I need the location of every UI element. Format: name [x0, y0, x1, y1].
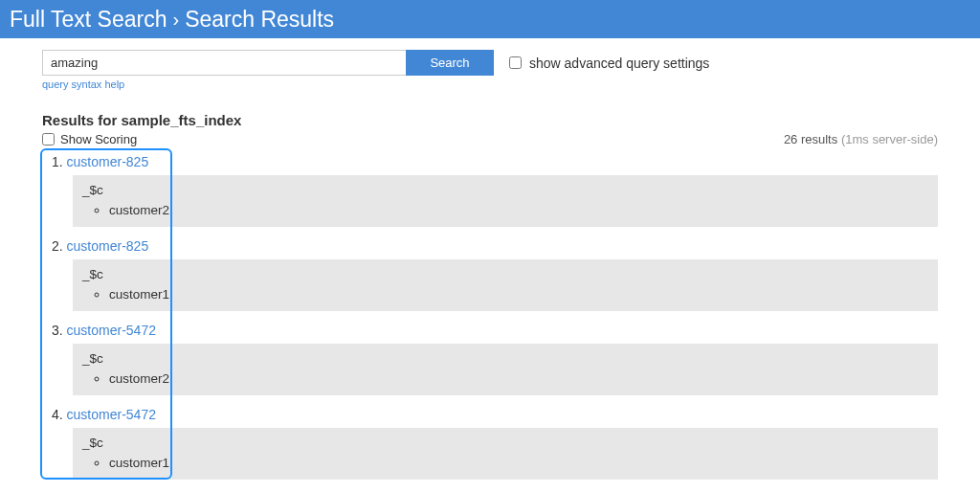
result-item: 5. customer-2373	[42, 485, 938, 492]
chevron-right-icon: ›	[172, 10, 179, 29]
show-scoring-checkbox[interactable]	[42, 133, 55, 145]
result-body: _$c customer2	[73, 175, 938, 227]
result-field: _$c	[82, 351, 928, 366]
search-input[interactable]	[42, 50, 406, 76]
result-item: 3. customer-5472 _$c customer2	[42, 317, 938, 395]
advanced-settings-toggle[interactable]: show advanced query settings	[509, 56, 709, 71]
result-count: 26 results (1ms server-side)	[784, 132, 938, 146]
search-row: Search show advanced query settings	[42, 50, 938, 76]
breadcrumb-root[interactable]: Full Text Search	[10, 7, 167, 33]
query-syntax-help-link[interactable]: query syntax help	[42, 78, 124, 90]
result-count-num: 26 results	[784, 132, 837, 146]
results-list: 1. customer-825 _$c customer2 2. custome…	[42, 148, 938, 492]
breadcrumb-banner: Full Text Search › Search Results	[0, 0, 980, 38]
result-field: _$c	[82, 267, 928, 281]
result-number: 2.	[52, 238, 63, 254]
result-value: customer1	[109, 287, 928, 302]
breadcrumb-current: Search Results	[185, 7, 334, 33]
show-scoring-label: Show Scoring	[60, 132, 137, 146]
result-field: _$c	[82, 436, 928, 450]
results-title: Results for sample_fts_index	[42, 112, 938, 128]
result-link[interactable]: customer-5472	[67, 323, 156, 338]
result-count-time: (1ms server-side)	[841, 132, 938, 146]
advanced-settings-label: show advanced query settings	[529, 56, 709, 71]
show-scoring-toggle[interactable]: Show Scoring	[42, 132, 137, 146]
result-link[interactable]: customer-825	[67, 238, 149, 254]
result-number: 1.	[52, 154, 63, 169]
result-number: 3.	[52, 323, 63, 338]
result-link[interactable]: customer-5472	[67, 407, 156, 422]
result-item: 2. customer-825 _$c customer1	[42, 233, 938, 311]
result-body: _$c customer2	[73, 344, 938, 395]
results-subheader: Show Scoring 26 results (1ms server-side…	[42, 132, 938, 146]
result-item: 4. customer-5472 _$c customer1	[42, 401, 938, 480]
advanced-settings-checkbox[interactable]	[509, 56, 522, 69]
result-link[interactable]: customer-825	[67, 154, 149, 169]
result-value: customer2	[109, 371, 928, 386]
result-value: customer2	[109, 203, 928, 217]
result-field: _$c	[82, 183, 928, 197]
result-item: 1. customer-825 _$c customer2	[42, 148, 938, 227]
search-button[interactable]: Search	[406, 50, 494, 76]
result-body: _$c customer1	[73, 428, 938, 480]
result-value: customer1	[109, 456, 928, 470]
result-body: _$c customer1	[73, 259, 938, 311]
result-number: 4.	[52, 407, 63, 422]
